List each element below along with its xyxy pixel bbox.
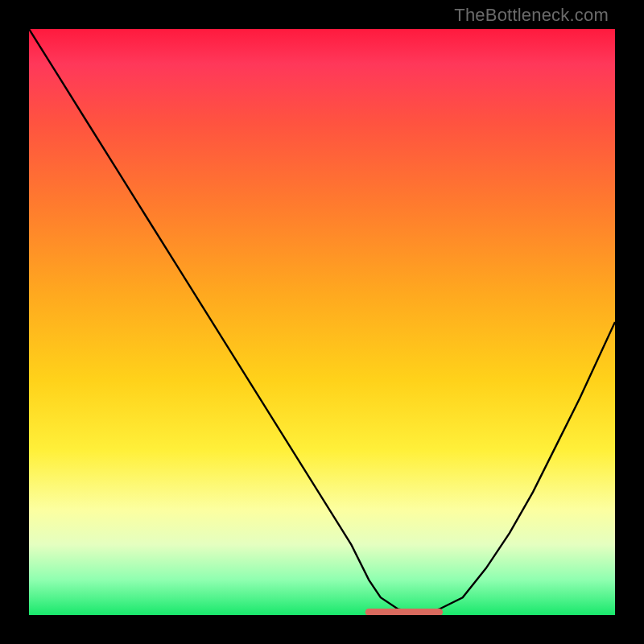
chart-frame: TheBottleneck.com [0, 0, 644, 644]
watermark-text: TheBottleneck.com [454, 5, 609, 26]
bottleneck-curve [29, 29, 615, 612]
plot-area [29, 29, 615, 615]
overlay-svg [29, 29, 615, 615]
